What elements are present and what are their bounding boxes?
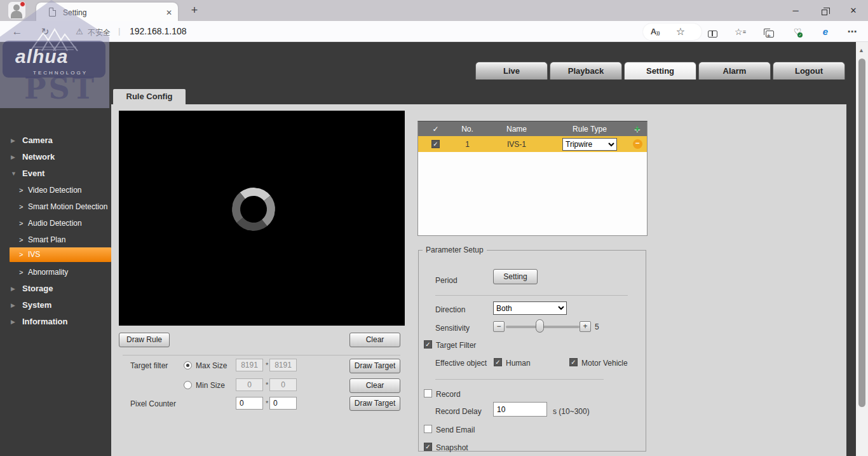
tab-close-icon[interactable]: ✕: [163, 7, 175, 18]
sensitivity-minus-button[interactable]: −: [493, 321, 505, 332]
chevron-right-icon: >: [19, 215, 23, 231]
sidebar-item-abnormality[interactable]: > Abnormality: [0, 264, 111, 280]
parameter-setup-group: Parameter Setup Period Setting Direction…: [418, 245, 646, 452]
min-width-input[interactable]: [236, 378, 263, 391]
period-setting-button[interactable]: Setting: [493, 269, 538, 284]
split-screen-icon[interactable]: [705, 25, 719, 38]
sidebar-item-storage[interactable]: ▶ Storage: [0, 280, 111, 297]
nav-alarm-button[interactable]: Alarm: [698, 62, 771, 79]
size-separator: *: [266, 399, 268, 407]
refresh-icon[interactable]: ↻: [38, 25, 52, 38]
draw-target-pixel-button[interactable]: Draw Target: [349, 396, 400, 411]
column-name: Name: [482, 121, 552, 136]
tab-title: Setting: [63, 8, 86, 17]
rule-type-select[interactable]: Tripwire: [562, 138, 617, 151]
parameter-setup-legend: Parameter Setup: [423, 245, 487, 254]
tab-rule-config[interactable]: Rule Config: [113, 89, 186, 104]
scrollbar-thumb[interactable]: [858, 59, 865, 407]
scrollbar-up-icon[interactable]: ▲: [858, 47, 864, 53]
nav-setting-button[interactable]: Setting: [624, 62, 696, 79]
window-minimize-button[interactable]: ─: [786, 3, 805, 18]
browser-essentials-icon[interactable]: ♡✓: [790, 25, 804, 38]
back-icon[interactable]: ←: [10, 25, 24, 38]
sidebar-item-smart-motion-detection[interactable]: > Smart Motion Detection: [0, 198, 111, 215]
draw-target-max-button[interactable]: Draw Target: [349, 359, 400, 373]
record-delay-unit: s (10~300): [553, 407, 590, 416]
target-filter-checkbox[interactable]: ✓: [424, 340, 432, 349]
clear-target-button[interactable]: Clear: [349, 378, 400, 393]
max-width-input[interactable]: [236, 359, 263, 371]
sidebar-item-audio-detection[interactable]: > Audio Detection: [0, 215, 111, 231]
nav-playback-button[interactable]: Playback: [550, 62, 622, 79]
sidebar-item-ivs[interactable]: > IVS: [10, 247, 111, 262]
add-rule-button[interactable]: +: [628, 121, 647, 136]
send-email-checkbox[interactable]: [424, 425, 432, 433]
record-delay-label: Record Delay: [435, 407, 482, 416]
human-label: Human: [506, 359, 531, 368]
tri-right-icon: ▶: [11, 280, 15, 297]
delete-rule-button[interactable]: −: [628, 136, 647, 152]
row-no: 1: [453, 136, 482, 152]
max-size-label: Max Size: [196, 361, 227, 370]
divider: [435, 379, 604, 380]
sidebar-item-smart-plan[interactable]: > Smart Plan: [0, 231, 111, 248]
ie-mode-icon[interactable]: e: [818, 25, 832, 38]
restore-icon: [822, 10, 827, 15]
row-name: IVS-1: [482, 136, 552, 152]
effective-object-label: Effective object: [435, 359, 487, 368]
sidebar-item-camera[interactable]: ▶ Camera: [0, 132, 111, 149]
human-checkbox[interactable]: ✓: [494, 358, 502, 366]
table-row[interactable]: ✓ 1 IVS-1 Tripwire −: [418, 136, 647, 152]
pixel-width-input[interactable]: [236, 397, 263, 410]
max-height-input[interactable]: [269, 359, 297, 371]
url-field[interactable]: 192.168.1.108: [130, 26, 187, 36]
snapshot-checkbox[interactable]: ✓: [424, 443, 432, 451]
security-warning-icon[interactable]: ⚠: [72, 25, 86, 38]
new-tab-button[interactable]: +: [187, 3, 202, 18]
favorite-star-icon[interactable]: ☆: [674, 25, 688, 38]
rules-table-header: ✓ No. Name Rule Type +: [418, 121, 647, 136]
sidebar-item-video-detection[interactable]: > Video Detection: [0, 182, 111, 198]
rules-table: ✓ No. Name Rule Type + ✓ 1 IVS-1 Tripwir…: [417, 121, 648, 236]
draw-rule-button[interactable]: Draw Rule: [119, 333, 170, 347]
direction-select[interactable]: Both: [493, 301, 567, 315]
sidebar-item-event[interactable]: ▼ Event: [0, 165, 111, 182]
read-aloud-icon[interactable]: A)): [648, 25, 662, 38]
nav-live-button[interactable]: Live: [475, 62, 548, 79]
favorites-list-icon[interactable]: ☆≡: [733, 25, 747, 38]
min-size-radio[interactable]: [184, 381, 192, 389]
rule-config-panel: Draw Rule Clear Target filter Max Size *…: [111, 104, 846, 456]
sidebar-item-network[interactable]: ▶ Network: [0, 149, 111, 165]
sensitivity-plus-button[interactable]: +: [580, 321, 591, 332]
record-delay-input[interactable]: [493, 402, 547, 417]
tri-right-icon: ▶: [11, 132, 15, 149]
chevron-right-icon: >: [19, 198, 23, 215]
window-restore-button[interactable]: [815, 3, 834, 18]
remove-icon: −: [633, 139, 642, 149]
record-checkbox[interactable]: [424, 389, 432, 397]
sidebar-item-system[interactable]: ▶ System: [0, 297, 111, 314]
avatar-person-icon: [13, 4, 20, 11]
video-preview[interactable]: [119, 111, 405, 326]
period-label: Period: [435, 276, 458, 285]
page-scrollbar[interactable]: ▲: [856, 42, 868, 456]
max-size-radio[interactable]: [184, 361, 192, 370]
pixel-height-input[interactable]: [269, 397, 297, 410]
sensitivity-slider-handle[interactable]: [536, 319, 544, 333]
page-favicon-icon: [49, 8, 56, 17]
row-checkbox[interactable]: ✓: [431, 140, 440, 148]
motor-vehicle-checkbox[interactable]: ✓: [569, 358, 578, 366]
tri-right-icon: ▶: [11, 314, 15, 330]
avatar-person-icon: [11, 11, 22, 18]
clear-rule-button[interactable]: Clear: [349, 333, 400, 347]
browser-tab-setting[interactable]: Setting ✕: [36, 3, 178, 21]
select-all-check-icon[interactable]: ✓: [418, 121, 453, 136]
window-close-button[interactable]: ✕: [844, 3, 863, 18]
browser-menu-icon[interactable]: ⋯: [845, 25, 859, 38]
nav-logout-button[interactable]: Logout: [773, 62, 845, 79]
column-no: No.: [453, 121, 482, 136]
min-height-input[interactable]: [269, 378, 297, 391]
sidebar-item-information[interactable]: ▶ Information: [0, 314, 111, 330]
security-label[interactable]: 不安全: [88, 27, 111, 38]
collections-icon[interactable]: [763, 25, 776, 38]
